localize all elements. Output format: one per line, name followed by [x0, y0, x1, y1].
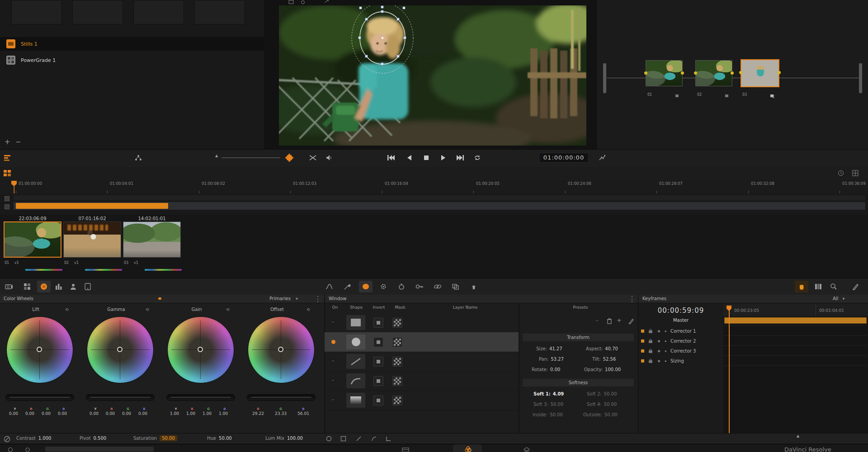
camera-raw-icon[interactable]: [5, 282, 14, 291]
offset-master-slider[interactable]: [247, 394, 316, 401]
grade-marker-icon[interactable]: [284, 152, 295, 163]
grade-square-icon[interactable]: [339, 434, 347, 443]
on-toggle[interactable]: –: [332, 377, 334, 382]
node-tree-icon[interactable]: [134, 153, 143, 162]
viewer-video-frame[interactable]: [279, 5, 586, 146]
gamma-wheel-puck[interactable]: [117, 347, 123, 352]
gain-master-slider[interactable]: [166, 394, 235, 401]
go-to-end-button[interactable]: [456, 153, 465, 162]
motion-effects-icon[interactable]: [69, 282, 78, 291]
clips-grid-icon[interactable]: [3, 169, 12, 178]
gain-wheel[interactable]: [167, 316, 234, 383]
annotate-icon[interactable]: [851, 282, 860, 291]
color-match-icon[interactable]: [23, 282, 32, 291]
edit-page-icon[interactable]: [401, 446, 410, 452]
grade-circle-icon[interactable]: [325, 434, 333, 443]
key-palette-icon[interactable]: [415, 282, 424, 291]
keyframes-playhead-line[interactable]: [729, 310, 730, 433]
transform-pan[interactable]: Pan:53.27: [539, 357, 564, 362]
lift-wheel[interactable]: [6, 316, 73, 383]
master-track-bar[interactable]: [724, 317, 867, 324]
softness-inside[interactable]: Inside:50.00: [533, 412, 563, 417]
stop-button[interactable]: [422, 153, 431, 162]
mask-button[interactable]: [392, 337, 402, 347]
gallery-add-button[interactable]: +: [5, 138, 10, 146]
clip-thumbnail[interactable]: [63, 221, 121, 258]
home-icon[interactable]: [6, 446, 14, 452]
wheels-mode-select[interactable]: Primaries ▾: [269, 296, 298, 301]
invert-button[interactable]: [373, 318, 383, 328]
sizing-palette-icon[interactable]: [433, 282, 442, 291]
data-burn-icon[interactable]: [83, 282, 92, 291]
qualifier-icon[interactable]: [343, 282, 352, 291]
offset-wheel-puck[interactable]: [278, 347, 283, 352]
zoom-slider-track[interactable]: [222, 157, 280, 158]
adjustment-hue[interactable]: Hue50.00: [207, 436, 232, 441]
keyframe-track-corrector2[interactable]: ◆ ▸ Corrector 2: [638, 336, 723, 345]
on-toggle[interactable]: –: [332, 319, 334, 324]
mask-button[interactable]: [392, 357, 402, 367]
gamma-master-slider[interactable]: [86, 394, 155, 401]
reset-icon[interactable]: ⟲: [145, 307, 150, 312]
gain-values[interactable]: 1.001.001.001.00: [166, 408, 234, 417]
mask-button[interactable]: [392, 376, 402, 386]
project-name-box[interactable]: [45, 447, 154, 452]
play-forward-button[interactable]: [439, 153, 448, 162]
window-row-square[interactable]: –: [325, 313, 519, 333]
lift-master-slider[interactable]: [5, 394, 74, 401]
color-wheels-icon[interactable]: [39, 282, 48, 291]
preset-add-icon[interactable]: +: [617, 317, 622, 324]
invert-button[interactable]: [373, 376, 383, 386]
keyframes-master-label[interactable]: Master: [638, 318, 724, 323]
gallery-still-slot[interactable]: [72, 0, 123, 24]
gain-wheel-puck[interactable]: [198, 347, 203, 352]
node-03-selected[interactable]: [741, 59, 779, 87]
gallery-album-stills[interactable]: Stills 1: [0, 37, 264, 51]
pipette-icon[interactable]: [469, 282, 478, 291]
panel-menu-icon[interactable]: [317, 296, 319, 302]
lightbox-icon[interactable]: [814, 282, 823, 291]
preset-minus-icon[interactable]: –: [596, 317, 599, 323]
adjustment-saturation[interactable]: Saturation50.00: [133, 436, 177, 441]
on-toggle[interactable]: –: [332, 397, 334, 402]
node-output-bar[interactable]: [859, 63, 862, 93]
unmix-icon[interactable]: [308, 153, 317, 162]
adjustment-contrast[interactable]: Contrast1.000: [16, 436, 51, 441]
curves-icon[interactable]: [325, 282, 334, 291]
node-01[interactable]: [646, 60, 683, 86]
deliver-page-icon[interactable]: [523, 446, 531, 452]
panel-menu-icon[interactable]: [632, 296, 633, 302]
clip-thumbnail[interactable]: [123, 221, 181, 258]
offset-wheel[interactable]: [248, 316, 315, 383]
softness-outside[interactable]: Outside:50.00: [583, 412, 618, 417]
adjustment-lummix[interactable]: Lum Mix100.00: [265, 436, 303, 441]
lift-wheel-puck[interactable]: [37, 347, 42, 352]
reset-icon[interactable]: ⟲: [306, 307, 311, 312]
lift-values[interactable]: 0.000.000.000.00: [5, 408, 73, 417]
window-row-circle-active[interactable]: [325, 332, 519, 352]
invert-button[interactable]: [373, 337, 383, 347]
transform-tilt[interactable]: Tilt:52.56: [592, 357, 616, 362]
track-expand-icon[interactable]: ▸: [665, 359, 667, 363]
softness-soft2[interactable]: Soft 2:50.00: [587, 391, 617, 396]
gallery-still-slot[interactable]: [133, 0, 184, 24]
softness-soft4[interactable]: Soft 4:50.00: [587, 402, 617, 407]
softness-soft1[interactable]: Soft 1:4.09: [533, 391, 564, 396]
adjustment-pivot[interactable]: Pivot0.500: [80, 436, 106, 441]
audio-mute-icon[interactable]: [325, 153, 334, 162]
timeline-clock-icon[interactable]: [836, 169, 845, 178]
keyframe-track-corrector1[interactable]: ◆ ▸ Corrector 1: [638, 326, 723, 335]
keyframes-timeline-area[interactable]: [723, 316, 868, 433]
track-expand-icon[interactable]: ▸: [665, 339, 667, 343]
grade-angle-icon[interactable]: [384, 434, 392, 443]
bypass-grade-icon[interactable]: [3, 435, 11, 443]
on-toggle-active[interactable]: [331, 340, 335, 344]
window-row-gradient[interactable]: –: [325, 391, 519, 410]
loop-button[interactable]: [473, 153, 482, 162]
timeline-zoom-marker[interactable]: ▲: [797, 434, 799, 438]
timeline-mode-icon[interactable]: [3, 153, 12, 162]
transform-aspect[interactable]: Aspect:40.70: [586, 346, 618, 351]
grade-line-icon[interactable]: [354, 434, 363, 443]
tracker-icon[interactable]: [379, 282, 388, 291]
reset-icon[interactable]: ⟲: [225, 307, 231, 312]
